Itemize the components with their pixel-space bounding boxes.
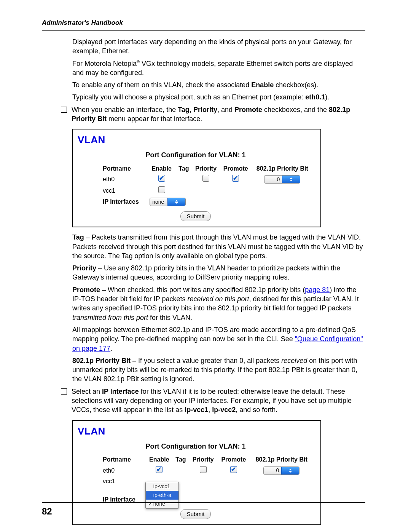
port-config-table: Portname Enable Tag Priority Promote 802…	[78, 163, 314, 208]
bullet-icon	[61, 388, 67, 395]
text: menu appear for that interface.	[107, 115, 202, 123]
pbit-value: 0	[264, 467, 281, 474]
bold: eth0.1	[305, 93, 325, 101]
col-promote: Promote	[220, 164, 251, 174]
bold: 802.1p Priority Bit	[72, 357, 131, 364]
def-pbit: 802.1p Priority Bit – If you select a va…	[72, 356, 365, 384]
bold: Priority	[72, 264, 96, 272]
pbit-select[interactable]: 0	[263, 466, 299, 475]
bold: Tag	[72, 233, 84, 241]
def-mapping: All mappings between Ethernet 802.1p and…	[72, 325, 365, 353]
text: ,	[208, 406, 212, 414]
italic: received on this port	[187, 295, 249, 303]
table-row: IP interfaces none	[78, 197, 313, 207]
col-priority: Priority	[192, 164, 219, 174]
table-row: IP interface	[78, 487, 313, 505]
text: For Motorola Netopia	[72, 60, 137, 67]
text: .	[110, 345, 112, 352]
text: To enable any of them on this VLAN, chec…	[72, 81, 251, 89]
intro-p2: For Motorola Netopia® VGx technology mod…	[72, 59, 365, 78]
bold: Priority	[193, 106, 217, 113]
panel-subtitle: Port Configuration for VLAN: 1	[78, 442, 314, 451]
pbit-value: 0	[264, 176, 282, 183]
bold: Promote	[72, 286, 100, 294]
text: , and so forth.	[236, 406, 277, 414]
stepper-icon	[281, 467, 299, 474]
col-enable: Enable	[146, 455, 172, 465]
text: – If you select a value greater than 0, …	[131, 357, 281, 364]
table-header: Portname Enable Tag Priority Promote 802…	[78, 164, 313, 174]
intro-p3: To enable any of them on this VLAN, chec…	[72, 80, 365, 89]
bullet-icon	[61, 107, 67, 113]
def-priority: Priority – Use any 802.1p priority bits …	[72, 264, 365, 282]
stepper-icon	[167, 198, 185, 206]
bullet-enable-interface: When you enable an interface, the Tag, P…	[61, 105, 365, 124]
portname-value: eth0	[78, 465, 145, 476]
col-portname: Portname	[78, 164, 147, 174]
intro-p4: Typically you will choose a physical por…	[72, 93, 365, 102]
portname-value: vcc1	[78, 476, 145, 486]
page-link[interactable]: page 81	[305, 286, 330, 294]
bullet-ip-interface: Select an IP Interface for this VLAN if …	[61, 387, 365, 415]
def-tag: Tag – Packets transmitted from this port…	[72, 233, 365, 260]
document-page: Administrator's Handbook Displayed port …	[0, 0, 411, 532]
intro-p1: Displayed port interfaces vary depending…	[72, 37, 365, 56]
ip-interfaces-label: IP interfaces	[103, 198, 139, 205]
text: – When checked, this port writes any spe…	[100, 286, 305, 294]
col-pbit: 802.1p Priority Bit	[252, 164, 313, 174]
body-content: Displayed port interfaces vary depending…	[42, 37, 365, 532]
bold: Enable	[251, 81, 274, 89]
col-pbit: 802.1p Priority Bit	[250, 455, 313, 465]
text: , and	[217, 106, 234, 113]
col-enable: Enable	[148, 164, 175, 174]
promote-checkbox[interactable]	[230, 466, 237, 473]
submit-button[interactable]: Submit	[180, 211, 211, 221]
col-tag: Tag	[173, 455, 188, 465]
bullet-inter-vlan: When you select an IP interface, the scr…	[61, 530, 365, 532]
text: checkbox(es).	[274, 81, 318, 89]
port-config-table: Portname Enable Tag Priority Promote 802…	[78, 454, 314, 505]
enable-checkbox[interactable]	[158, 186, 165, 193]
reg-mark: ®	[137, 59, 140, 64]
menu-option[interactable]: ip-eth-a	[146, 491, 178, 500]
table-row: vcc1	[78, 185, 313, 196]
panel-heading: VLAN	[78, 133, 314, 147]
text: ,	[190, 106, 193, 113]
bold: Tag	[178, 106, 190, 113]
def-promote: Promote – When checked, this port writes…	[72, 285, 365, 322]
promote-checkbox[interactable]	[232, 175, 239, 182]
panel-heading: VLAN	[78, 425, 314, 438]
vlan-panel-1: VLAN Port Configuration for VLAN: 1 Port…	[72, 129, 321, 227]
table-row: eth0 0	[78, 174, 313, 185]
ip-interface-select[interactable]: none	[150, 198, 186, 206]
ip-value: none	[150, 198, 167, 206]
col-priority: Priority	[189, 455, 217, 465]
text: When you enable an interface, the	[72, 106, 178, 113]
panel-subtitle: Port Configuration for VLAN: 1	[78, 150, 314, 160]
page-number: 82	[42, 502, 365, 517]
menu-option[interactable]: ip-vcc1	[146, 482, 178, 491]
text: for this VLAN.	[148, 314, 192, 321]
col-promote: Promote	[218, 455, 249, 465]
col-tag: Tag	[176, 164, 191, 174]
col-portname: Portname	[78, 455, 145, 465]
pbit-select[interactable]: 0	[264, 175, 300, 184]
table-row: eth0 0	[78, 465, 313, 476]
bold: ip-vcc1	[185, 406, 208, 414]
text: – Packets transmitted from this port thr…	[72, 233, 363, 260]
running-header: Administrator's Handbook	[42, 19, 365, 31]
italic: received	[281, 357, 307, 364]
table-header: Portname Enable Tag Priority Promote 802…	[78, 455, 313, 465]
text: – Use any 802.1p priority bits in the VL…	[72, 264, 340, 281]
portname-value: vcc1	[78, 185, 147, 196]
stepper-icon	[282, 176, 300, 183]
text: Typically you will choose a physical por…	[72, 93, 305, 101]
enable-checkbox[interactable]	[158, 175, 165, 182]
enable-checkbox[interactable]	[156, 466, 162, 473]
priority-checkbox[interactable]	[200, 466, 207, 473]
portname-value: eth0	[78, 174, 147, 185]
bold: Promote	[234, 106, 262, 113]
text: Select an	[72, 388, 102, 395]
ip-interface-label: IP interface	[103, 496, 135, 503]
priority-checkbox[interactable]	[202, 175, 209, 182]
